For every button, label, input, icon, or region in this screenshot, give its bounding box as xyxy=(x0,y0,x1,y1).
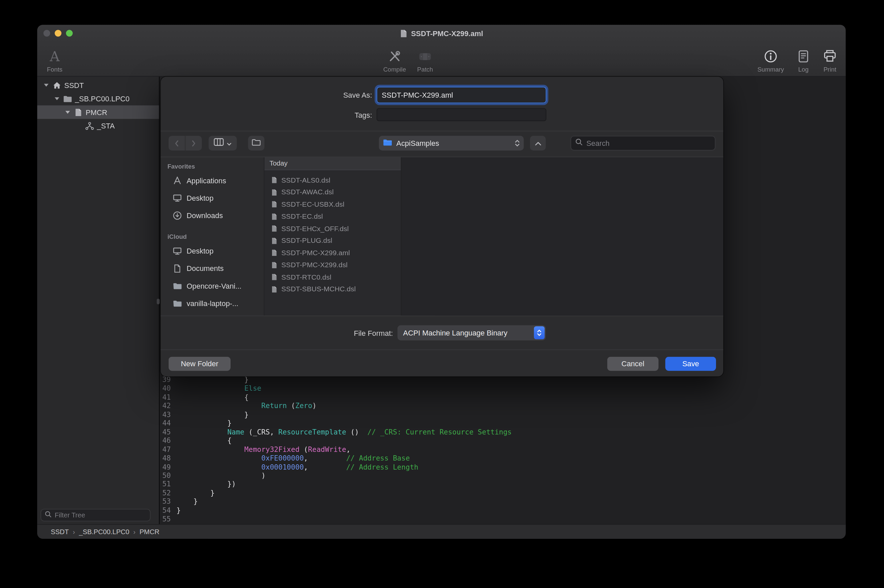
code-line: 45 Name (_CRS, ResourceTemplate () // _C… xyxy=(160,428,846,436)
location-popup[interactable]: AcpiSamples xyxy=(379,136,524,150)
code-line: 41 { xyxy=(160,393,846,401)
code-segment: 0xFE000000 xyxy=(261,454,304,462)
code-line: 51 }) xyxy=(160,480,846,489)
sidebar-item-label: Applications xyxy=(187,176,226,184)
tree-item-label: PMCR xyxy=(86,108,107,116)
disclosure-triangle-icon[interactable] xyxy=(43,82,50,88)
sidebar-item-desktop[interactable]: Desktop xyxy=(161,243,264,260)
file-row[interactable]: SSDT-RTC0.dsl xyxy=(264,271,401,283)
status-path-item[interactable]: PMCR xyxy=(140,528,160,536)
sidebar-item-downloads[interactable]: Downloads xyxy=(161,207,264,224)
line-number: 55 xyxy=(160,515,171,524)
print-icon xyxy=(822,48,838,64)
svg-text:A: A xyxy=(50,48,60,64)
search-input[interactable] xyxy=(586,139,711,147)
tree-item-sb-pc00-lpc0[interactable]: _SB.PC00.LPC0 xyxy=(37,92,159,105)
toolbar-print-button[interactable]: Print xyxy=(816,44,843,75)
sidebar-item-desktop[interactable]: Desktop xyxy=(161,189,264,207)
patch-icon xyxy=(417,48,433,64)
status-path-item[interactable]: _SB.PC00.LPC0 xyxy=(79,528,129,536)
folder-icon xyxy=(173,298,182,308)
code-segment: ) xyxy=(312,401,317,410)
toolbar-log-label: Log xyxy=(798,66,809,73)
file-format-popup[interactable]: ACPI Machine Language Binary xyxy=(398,325,546,340)
line-number: 51 xyxy=(160,480,171,489)
code-lines: 39 }40 Else41 {42 Return (Zero)43 }44 }4… xyxy=(160,375,846,524)
tree-item-pmcr[interactable]: PMCR xyxy=(37,105,159,119)
search-field[interactable] xyxy=(570,136,715,150)
save-button[interactable]: Save xyxy=(665,357,716,371)
code-line: 40 Else xyxy=(160,384,846,393)
sidebar-item-applications[interactable]: Applications xyxy=(161,172,264,189)
desktop-icon xyxy=(173,194,182,203)
file-name: SSDT-PLUG.dsl xyxy=(281,237,332,245)
sidebar-item-opencore-vani[interactable]: Opencore-Vani... xyxy=(161,277,264,295)
status-bar: SSDT › _SB.PC00.LPC0 › PMCR xyxy=(37,524,845,539)
line-number: 48 xyxy=(160,454,171,463)
code-segment: // _CRS: Current Resource Settings xyxy=(368,428,512,436)
file-row[interactable]: SSDT-AWAC.dsl xyxy=(264,186,401,198)
code-segment: ReadWrite xyxy=(308,445,346,453)
file-row[interactable]: SSDT-PMC-X299.aml xyxy=(264,247,401,259)
history-nav xyxy=(169,136,202,150)
code-line: 48 0xFE000000, // Address Base xyxy=(160,454,846,463)
code-segment: Return xyxy=(261,401,287,410)
file-row[interactable]: SSDT-EHCx_OFF.dsl xyxy=(264,223,401,235)
code-segment: { xyxy=(176,393,249,401)
code-text: } xyxy=(176,410,249,419)
filter-tree-field[interactable] xyxy=(41,509,150,522)
disclosure-triangle-icon[interactable] xyxy=(64,109,71,116)
home-icon xyxy=(53,81,62,89)
code-segment: ( xyxy=(287,401,295,410)
filter-tree-input[interactable] xyxy=(54,511,147,519)
file-browser-column: Today SSDT-ALS0.dslSSDT-AWAC.dslSSDT-EC-… xyxy=(264,157,401,315)
code-line: 39 } xyxy=(160,375,846,384)
tree-item-sta[interactable]: _STA xyxy=(37,119,159,132)
file-row[interactable]: SSDT-SBUS-MCHC.dsl xyxy=(264,283,401,296)
method-icon xyxy=(85,122,94,130)
file-name: SSDT-SBUS-MCHC.dsl xyxy=(281,285,356,293)
new-folder-button[interactable]: New Folder xyxy=(169,357,231,371)
document-icon xyxy=(271,177,278,184)
file-name: SSDT-EC.dsl xyxy=(281,213,323,221)
forward-button[interactable] xyxy=(185,136,202,150)
sidebar-item-documents[interactable]: Documents xyxy=(161,260,264,277)
toolbar-log-button[interactable]: Log xyxy=(792,44,814,75)
file-row[interactable]: SSDT-EC.dsl xyxy=(264,210,401,222)
file-row[interactable]: SSDT-EC-USBX.dsl xyxy=(264,198,401,210)
back-button[interactable] xyxy=(169,136,185,150)
sidebar-item-vanilla-laptop[interactable]: vanilla-laptop-... xyxy=(161,295,264,312)
code-segment: , xyxy=(304,454,346,462)
toolbar-compile-button[interactable]: Compile xyxy=(379,44,410,75)
tree-item-ssdt[interactable]: SSDT xyxy=(37,78,159,92)
up-directory-button[interactable] xyxy=(530,136,546,150)
code-text: } xyxy=(176,375,249,384)
divider xyxy=(161,131,723,132)
sidebar-item-label: Desktop xyxy=(187,247,213,255)
file-row[interactable]: SSDT-PLUG.dsl xyxy=(264,235,401,247)
group-folder-button[interactable] xyxy=(248,136,264,150)
toolbar-patch-button[interactable]: Patch xyxy=(411,44,439,75)
code-editor[interactable]: 39 }40 Else41 {42 Return (Zero)43 }44 }4… xyxy=(160,375,846,524)
document-icon xyxy=(271,225,278,232)
document-icon xyxy=(271,213,278,220)
toolbar-summary-button[interactable]: Summary xyxy=(753,44,788,75)
code-text: } xyxy=(176,497,197,506)
document-icon xyxy=(74,108,83,116)
save-as-input[interactable] xyxy=(377,87,546,103)
tags-input[interactable] xyxy=(377,108,546,122)
line-number: 52 xyxy=(160,489,171,497)
code-text: 0xFE000000, // Address Base xyxy=(176,454,410,463)
file-row[interactable]: SSDT-PMC-X299.dsl xyxy=(264,259,401,271)
toolbar-fonts-button[interactable]: A Fonts xyxy=(42,44,68,75)
code-line: 49 0x00010000, // Address Length xyxy=(160,463,846,471)
file-row[interactable]: SSDT-ALS0.dsl xyxy=(264,174,401,186)
disclosure-triangle-icon[interactable] xyxy=(54,95,60,102)
status-path-item[interactable]: SSDT xyxy=(51,528,69,536)
search-icon xyxy=(45,510,52,520)
view-mode-control[interactable] xyxy=(209,136,237,150)
sidebar-item-label: Opencore-Vani... xyxy=(187,282,242,290)
splitter-handle[interactable] xyxy=(157,298,159,304)
cancel-button[interactable]: Cancel xyxy=(607,357,659,371)
document-icon xyxy=(271,261,278,268)
